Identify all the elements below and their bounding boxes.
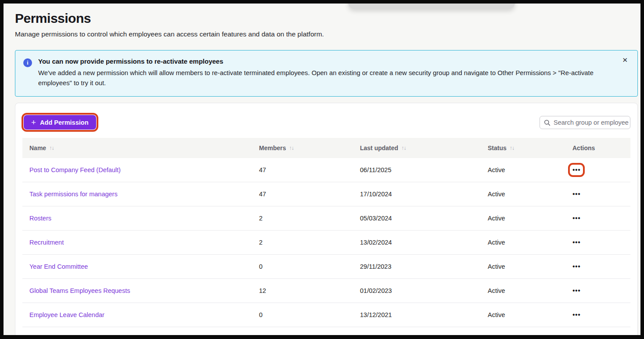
table-row: Task permissions for managers 47 17/10/2… <box>22 182 630 206</box>
table-row: Recruitment 2 13/02/2024 Active ••• <box>22 231 630 255</box>
info-banner-text: You can now provide permissions to re-ac… <box>38 58 616 88</box>
last-updated-cell: 06/11/2025 <box>360 166 488 173</box>
members-cell: 0 <box>259 311 360 318</box>
status-cell: Active <box>488 263 572 270</box>
status-cell: Active <box>488 287 572 294</box>
actions-cell: ••• <box>572 311 630 318</box>
members-cell: 47 <box>259 166 360 173</box>
table-row: Global Teams Employees Requests 12 01/02… <box>22 279 630 303</box>
permissions-page: Permissions Manage permissions to contro… <box>4 4 640 335</box>
table-row: Rosters 2 05/03/2024 Active ••• <box>22 206 630 231</box>
add-permission-highlight-ring: + Add Permission <box>22 113 98 132</box>
page-title: Permissions <box>15 11 629 26</box>
last-updated-cell: 13/12/2021 <box>360 311 488 318</box>
table-row: Employee Leave Calendar 0 13/12/2021 Act… <box>22 303 630 327</box>
last-updated-cell: 17/10/2024 <box>360 191 488 198</box>
members-cell: 2 <box>259 215 360 222</box>
permission-name-link[interactable]: Rosters <box>29 215 259 222</box>
column-header-status[interactable]: Status ↑↓ <box>488 144 572 151</box>
members-cell: 47 <box>259 191 360 198</box>
status-cell: Active <box>488 166 572 173</box>
info-banner-body: We've added a new permission which will … <box>38 68 616 88</box>
more-options-icon[interactable]: ••• <box>572 311 580 318</box>
sort-icon[interactable]: ↑↓ <box>289 145 294 151</box>
members-cell: 12 <box>259 287 360 294</box>
plus-icon: + <box>31 118 36 126</box>
permission-name-link[interactable]: Post to Company Feed (Default) <box>29 166 259 173</box>
last-updated-cell: 29/11/2023 <box>360 263 488 270</box>
info-banner: i You can now provide permissions to re-… <box>15 50 638 97</box>
more-options-icon[interactable]: ••• <box>572 239 580 246</box>
permission-name-link[interactable]: Task permissions for managers <box>29 191 259 198</box>
more-options-icon[interactable]: ••• <box>572 287 580 294</box>
status-cell: Active <box>488 239 572 246</box>
search-icon <box>544 119 550 126</box>
overlay-pill-remnant <box>348 4 515 9</box>
more-options-icon[interactable]: ••• <box>572 215 580 222</box>
members-cell: 2 <box>259 239 360 246</box>
permissions-card: + Add Permission Name ↑↓ <box>15 103 638 335</box>
permission-name-link[interactable]: Recruitment <box>29 239 259 246</box>
permissions-table: Name ↑↓ Members ↑↓ Last updated ↑↓ Statu… <box>22 138 630 327</box>
more-options-icon[interactable]: ••• <box>572 166 580 173</box>
permission-name-link[interactable]: Global Teams Employees Requests <box>29 287 259 294</box>
status-cell: Active <box>488 215 572 222</box>
actions-cell: ••• <box>572 263 630 270</box>
table-row: Year End Committee 0 29/11/2023 Active •… <box>22 255 630 279</box>
info-banner-title: You can now provide permissions to re-ac… <box>38 58 616 65</box>
actions-cell: ••• <box>572 215 630 222</box>
actions-cell: ••• <box>572 166 630 173</box>
actions-cell: ••• <box>572 287 630 294</box>
search-input[interactable] <box>554 119 630 126</box>
last-updated-cell: 13/02/2024 <box>360 239 488 246</box>
permission-name-link[interactable]: Year End Committee <box>29 263 259 270</box>
members-cell: 0 <box>259 263 360 270</box>
table-header-row: Name ↑↓ Members ↑↓ Last updated ↑↓ Statu… <box>22 138 630 158</box>
more-options-icon[interactable]: ••• <box>572 191 580 198</box>
sort-icon[interactable]: ↑↓ <box>401 145 406 151</box>
status-cell: Active <box>488 191 572 198</box>
last-updated-cell: 05/03/2024 <box>360 215 488 222</box>
more-options-icon[interactable]: ••• <box>572 263 580 270</box>
last-updated-cell: 01/02/2023 <box>360 287 488 294</box>
column-header-last-updated[interactable]: Last updated ↑↓ <box>360 144 488 151</box>
search-box <box>540 116 630 129</box>
page-subtitle: Manage permissions to control which empl… <box>15 29 629 39</box>
permission-name-link[interactable]: Employee Leave Calendar <box>29 311 259 318</box>
column-header-name[interactable]: Name ↑↓ <box>29 144 259 151</box>
status-cell: Active <box>488 311 572 318</box>
sort-icon[interactable]: ↑↓ <box>510 145 514 151</box>
actions-cell: ••• <box>572 191 630 198</box>
table-row: Post to Company Feed (Default) 47 06/11/… <box>22 158 630 182</box>
actions-cell: ••• <box>572 239 630 246</box>
column-header-actions: Actions <box>572 144 630 151</box>
info-icon: i <box>23 58 32 67</box>
add-permission-button[interactable]: + Add Permission <box>24 115 96 130</box>
add-permission-label: Add Permission <box>40 119 88 126</box>
table-toolbar: + Add Permission <box>15 103 637 132</box>
more-options-highlight-ring: ••• <box>568 163 585 177</box>
close-icon[interactable]: ✕ <box>620 55 630 65</box>
screenshot-frame: Permissions Manage permissions to contro… <box>0 0 644 339</box>
column-header-members[interactable]: Members ↑↓ <box>259 144 360 151</box>
sort-icon[interactable]: ↑↓ <box>49 145 54 151</box>
